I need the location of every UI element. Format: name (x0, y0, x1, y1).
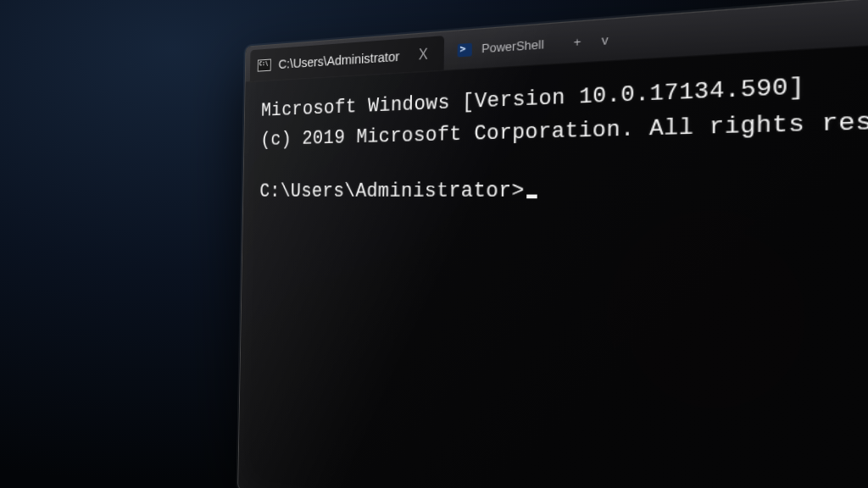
tabbar-controls: + v (558, 18, 626, 64)
cursor-icon (526, 195, 537, 199)
tab-cmd-label: C:\Users\Administrator (278, 48, 399, 71)
tab-powershell[interactable]: PowerShell (443, 23, 558, 69)
terminal-prompt-line: C:\Users\Administrator> (259, 170, 868, 212)
tab-close-button[interactable]: X (415, 44, 431, 64)
terminal-window: C:\Users\Administrator X PowerShell + v … (237, 0, 868, 488)
tab-dropdown-button[interactable]: v (598, 30, 613, 50)
powershell-icon (456, 42, 472, 57)
tab-powershell-label: PowerShell (481, 37, 544, 56)
terminal-prompt: C:\Users\Administrator> (259, 179, 525, 203)
cmd-icon (258, 58, 271, 71)
new-tab-button[interactable]: + (570, 32, 586, 52)
